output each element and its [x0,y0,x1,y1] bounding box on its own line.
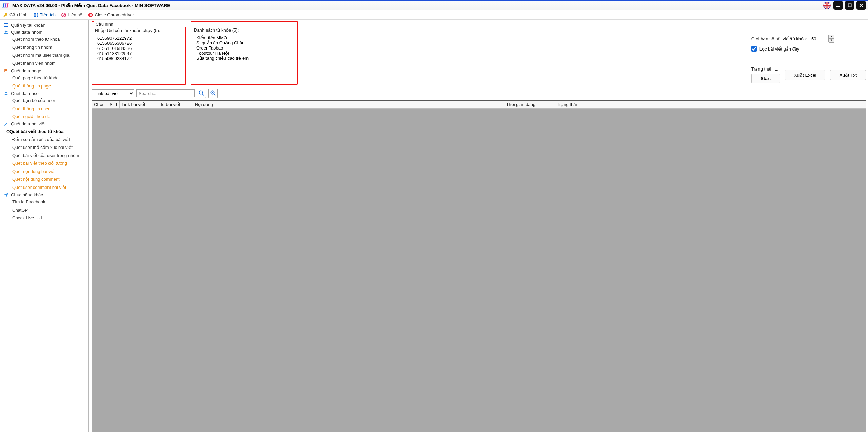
sidebar-item-posts-keyword[interactable]: Quét bài viết theo từ khóa [0,127,88,136]
sidebar-item-pages-keyword[interactable]: Quét page theo từ khóa [0,74,88,82]
user-icon [3,91,9,96]
table-header-row: Chọn STT Link bài viết Id bài viết Nội d… [92,101,866,109]
main-toolbar: Cấu hình Tiện ích Liên hệ Close Chromedr… [0,10,868,20]
config-keywords-fieldset: . Danh sách từ khóa (5): [191,21,298,85]
sidebar-item-find-id[interactable]: Tìm Id Facebook [0,198,88,206]
search-button[interactable] [197,89,206,98]
limit-label: Giới hạn số bài viết/từ khóa: [751,36,807,41]
users-icon [3,29,9,35]
sidebar-item-chatgpt[interactable]: ChatGPT [0,206,88,214]
maximize-button[interactable] [845,1,854,10]
sidebar-group-groups[interactable]: Quét data nhóm [0,28,88,35]
limit-input[interactable] [810,35,829,42]
svg-point-15 [5,31,6,32]
titlebar: MAX DATA v24.06.03 - Phần Mềm Quét Data … [0,0,868,10]
col-index[interactable]: STT [107,101,120,109]
recent-checkbox[interactable] [751,46,757,52]
toolbar-config-label: Cấu hình [9,12,28,17]
keywords-label: Danh sách từ khóa (5): [194,27,294,33]
svg-rect-5 [35,13,36,14]
sidebar-item-users-info[interactable]: Quét thông tin user [0,105,88,113]
minimize-button[interactable] [833,1,843,10]
svg-rect-7 [34,14,35,15]
export-txt-button[interactable]: Xuất Txt [830,70,866,80]
col-status[interactable]: Trạng thái [555,101,866,109]
svg-rect-4 [34,13,35,14]
svg-rect-3 [848,4,851,7]
forbidden-icon [61,12,66,17]
svg-rect-2 [836,6,840,7]
export-excel-button[interactable]: Xuất Excel [785,70,825,80]
search-field-select[interactable]: Link bài viết [92,89,134,97]
search-input[interactable] [136,89,195,97]
sidebar-item-posts-reactions-count[interactable]: Đếm số cảm xúc của bài viết [0,136,88,144]
spinner-down-icon[interactable]: ▼ [829,39,834,42]
toolbar-utilities[interactable]: Tiện ích [33,12,56,17]
sidebar-item-check-live[interactable]: Check Live Uid [0,214,88,222]
svg-point-16 [6,31,8,32]
sidebar-item-users-friends[interactable]: Quét bạn bè của user [0,97,88,105]
sidebar-item-posts-audience[interactable]: Quét bài viết theo đối tượng [0,159,88,168]
toolbar-close-driver[interactable]: Close Chromedriver [88,12,134,17]
keywords-textarea[interactable] [194,34,294,81]
search-clear-button[interactable] [208,89,218,98]
sidebar-item-groups-keyword[interactable]: Quét nhóm theo từ khóa [0,35,88,43]
table-empty-body [92,109,866,432]
sidebar-group-other[interactable]: Chức năng khác [0,191,88,198]
status-label: Trạng thái : ... [751,66,779,72]
list-icon [3,22,9,28]
svg-rect-11 [35,16,36,17]
sidebar-item-users-followers[interactable]: Quét người theo dõi [0,113,88,121]
config-uid-fieldset: Cấu hình Nhập Uid của tài khoản chạy (5)… [92,21,186,85]
svg-point-17 [5,92,7,93]
col-link[interactable]: Link bài viết [120,101,159,109]
svg-rect-10 [34,16,35,17]
sidebar-group-users[interactable]: Quét data user [0,90,88,97]
toolbar-contact-label: Liên hệ [68,12,82,17]
uid-textarea[interactable] [95,34,182,81]
col-id[interactable]: Id bài viết [159,101,193,109]
main-panel: Cấu hình Nhập Uid của tài khoản chạy (5)… [89,20,868,432]
sidebar-item-posts-commenters[interactable]: Quét user comment bài viết [0,183,88,192]
start-button[interactable]: Start [751,74,780,83]
grid-icon [33,12,38,17]
limit-spinner[interactable]: ▲ ▼ [810,35,834,43]
uid-label: Nhập Uid của tài khoản chạy (5): [95,28,182,33]
sidebar-item-groups-info[interactable]: Quét thông tin nhóm [0,43,88,52]
sidebar-group-posts[interactable]: Quét data bài viết [0,121,88,127]
spinner-up-icon[interactable]: ▲ [829,35,834,39]
close-circle-icon [88,12,93,17]
sidebar-item-pages-info[interactable]: Quét thông tin page [0,82,88,90]
col-time[interactable]: Thời gian đăng [504,101,555,109]
search-bar: Link bài viết [92,89,866,98]
sidebar-item-posts-user-in-group[interactable]: Quét bài viết của user trong nhóm [0,152,88,160]
search-minus-icon [210,90,216,97]
sidebar-item-groups-members[interactable]: Quét thành viên nhóm [0,59,88,67]
window-title: MAX DATA v24.06.03 - Phần Mềm Quét Data … [12,3,823,8]
flag-icon [3,68,9,73]
svg-rect-6 [37,13,38,14]
app-logo-icon [2,2,9,9]
search-icon [198,90,204,97]
col-content[interactable]: Nội dung [193,101,504,109]
toolbar-config[interactable]: Cấu hình [3,12,28,17]
close-button[interactable] [856,1,866,10]
sidebar-item-posts-content[interactable]: Quét nội dung bài viết [0,168,88,176]
sidebar-item-posts-reactors[interactable]: Quét user thả cảm xúc bài viết [0,143,88,152]
toolbar-close-driver-label: Close Chromedriver [95,12,134,17]
svg-rect-8 [35,14,36,15]
options-panel: Giới hạn số bài viết/từ khóa: ▲ ▼ Lọc bà… [751,21,866,83]
language-flag-icon[interactable] [823,1,831,10]
edit-icon [3,121,9,127]
svg-rect-12 [37,16,38,17]
sidebar: Quản lý tài khoản Quét data nhóm Quét nh… [0,20,89,432]
sidebar-group-pages[interactable]: Quét data page [0,67,88,74]
svg-rect-9 [37,14,38,15]
recent-label: Lọc bài viết gần đây [760,46,800,52]
sidebar-item-groups-user[interactable]: Quét nhóm mà user tham gia [0,51,88,59]
config-legend: Cấu hình [94,21,187,27]
sidebar-item-posts-comments[interactable]: Quét nội dung comment [0,175,88,183]
toolbar-contact[interactable]: Liên hệ [61,12,82,17]
sidebar-group-accounts[interactable]: Quản lý tài khoản [0,22,88,28]
col-select[interactable]: Chọn [92,101,107,109]
